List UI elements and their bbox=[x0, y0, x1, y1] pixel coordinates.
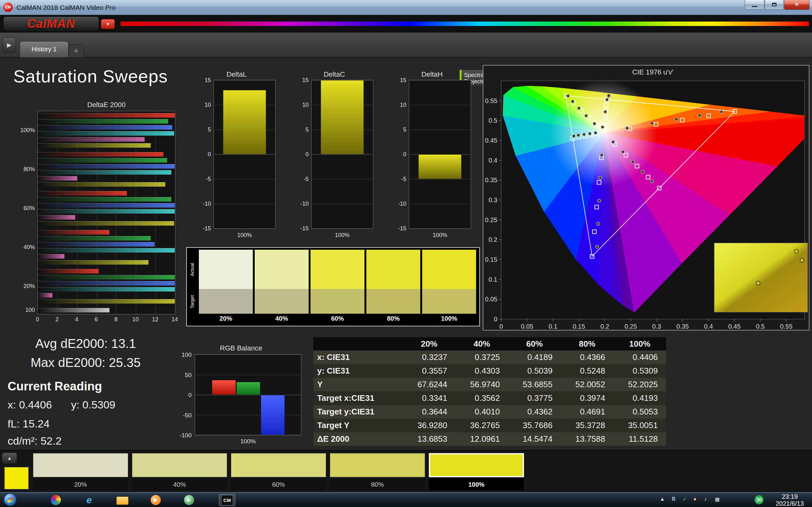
sweep-level-swatch[interactable] bbox=[429, 453, 524, 477]
current-cdm2: cd/m²: 52.2 bbox=[8, 435, 61, 447]
close-button[interactable]: × bbox=[784, 0, 809, 10]
table-row-label: Y bbox=[313, 378, 403, 391]
pane-toggle-button[interactable]: ▶ bbox=[3, 37, 16, 53]
table-row-label: Target x:CIE31 bbox=[313, 391, 403, 405]
tab-history-1[interactable]: History 1 bbox=[20, 41, 68, 57]
current-patch-swatch bbox=[4, 467, 29, 489]
calman-logo: CalMAN bbox=[3, 16, 99, 32]
tab-add-button[interactable]: + bbox=[68, 44, 84, 57]
security-shield-icon[interactable]: ✓ bbox=[682, 496, 687, 502]
table-value-cell: 35.7686 bbox=[508, 418, 561, 432]
actual-swatch bbox=[255, 250, 309, 289]
deltae-bar-magenta bbox=[38, 137, 145, 142]
grid-line bbox=[175, 111, 175, 314]
volume-icon[interactable]: ♪ bbox=[704, 496, 707, 502]
sweep-level-label[interactable]: 40% bbox=[132, 478, 227, 491]
table-value-cell: 35.3728 bbox=[561, 418, 613, 432]
y-tick-label: -100 bbox=[171, 432, 192, 439]
deltae2000-x-axis: 02468101214 bbox=[38, 316, 175, 324]
table-row-label: x: CIE31 bbox=[313, 350, 403, 364]
update-icon[interactable]: ● bbox=[693, 496, 697, 502]
notification-badge[interactable]: 30 bbox=[754, 495, 764, 504]
table-value-cell: 52.2025 bbox=[613, 378, 666, 391]
table-value-cell: 0.5039 bbox=[508, 364, 561, 378]
grid-line bbox=[195, 354, 301, 355]
sweep-level-swatch[interactable] bbox=[33, 453, 128, 477]
table-value-cell: 0.4366 bbox=[561, 350, 613, 364]
cie-x-tick: 0.35 bbox=[676, 323, 689, 330]
taskbar-app-1[interactable] bbox=[48, 494, 64, 506]
deltaL-bar bbox=[223, 90, 266, 154]
deltae-bar-magenta bbox=[38, 176, 77, 181]
taskbar-media-player[interactable]: ▶ bbox=[148, 494, 164, 506]
table-value-cell: 0.5309 bbox=[613, 364, 666, 378]
deltae-bar-cyan bbox=[38, 287, 175, 291]
hidden-icons-chevron[interactable]: ▲ bbox=[660, 496, 665, 502]
measurement-table: 20%40%60%80%100%x: CIE310.32370.37250.41… bbox=[313, 337, 666, 446]
minimize-button[interactable] bbox=[745, 0, 764, 10]
taskbar-app-2[interactable]: ▶ bbox=[181, 494, 197, 506]
maximize-button[interactable] bbox=[765, 0, 784, 10]
sweep-level-swatch[interactable] bbox=[231, 453, 326, 477]
y-tick-label: -10 bbox=[391, 201, 406, 207]
page-title: Saturation Sweeps bbox=[13, 66, 168, 87]
y-tick-label: 15 bbox=[196, 77, 211, 83]
pinwheel-icon bbox=[51, 495, 61, 505]
table-col-header: 60% bbox=[508, 337, 561, 350]
cie-measured-dot bbox=[594, 131, 597, 134]
cie-x-tick: 0.2 bbox=[600, 323, 609, 330]
actual-swatch bbox=[199, 250, 253, 289]
bluetooth-icon[interactable]: B bbox=[672, 496, 676, 502]
logo-menu-button[interactable]: ▼ bbox=[101, 19, 115, 29]
deltaL-x-label: 100% bbox=[213, 232, 275, 239]
clock-time: 23:19 bbox=[771, 493, 809, 500]
cie-measured-dot bbox=[585, 114, 588, 117]
sweep-level-swatch[interactable] bbox=[330, 453, 425, 477]
deltaC-y-axis: 151050-5-10-15 bbox=[293, 80, 309, 229]
inset-measured-dot bbox=[795, 249, 798, 253]
grid-line bbox=[195, 395, 301, 395]
cie-measured-dot bbox=[572, 134, 575, 137]
window-title: CalMAN 2018 CalMAN Video Pro bbox=[16, 0, 115, 15]
avg-de2000: Avg dE2000: 13.1 bbox=[9, 337, 162, 351]
sweep-level-label[interactable]: 20% bbox=[33, 478, 128, 491]
grid-line bbox=[195, 415, 301, 415]
deltaH-y-axis: 151050-5-10-15 bbox=[391, 80, 407, 229]
cie-y-tick: 0.4 bbox=[489, 157, 497, 164]
deltae-bar-yellow bbox=[38, 299, 175, 303]
deltae-bar-magenta bbox=[38, 293, 52, 297]
sweep-strip: ▲ 20%40%60%80%100% ▲ ■ ▶ ⇄ ∞ ↻ « Back Ne… bbox=[0, 450, 812, 493]
y-tick-label: 0 bbox=[293, 151, 309, 158]
folder-icon bbox=[116, 497, 129, 505]
cie-measured-dot bbox=[720, 110, 723, 113]
taskbar-explorer[interactable] bbox=[114, 494, 131, 506]
taskbar-clock[interactable]: 23:19 2021/6/13 bbox=[771, 493, 809, 507]
cie-measured-dot bbox=[577, 134, 580, 137]
clock-date: 2021/6/13 bbox=[771, 500, 809, 507]
start-button[interactable] bbox=[4, 493, 16, 506]
cm-icon: CM bbox=[221, 495, 233, 505]
table-value-cell: 0.3562 bbox=[455, 391, 508, 405]
y-tick-label: -10 bbox=[196, 201, 211, 207]
taskbar-browser[interactable]: e bbox=[81, 494, 97, 506]
x-tick-label: 2 bbox=[52, 316, 62, 323]
deltae-bar-blue bbox=[38, 281, 175, 285]
network-icon[interactable]: ▦ bbox=[715, 496, 720, 502]
sweep-level-label[interactable]: 100% bbox=[429, 478, 524, 491]
cie-measured-dot bbox=[675, 118, 678, 121]
maximize-icon bbox=[772, 3, 776, 6]
table-value-cell: 56.9740 bbox=[455, 378, 508, 391]
sweep-level-swatch[interactable] bbox=[132, 453, 227, 477]
rgb-balance-y-axis: 100500-50-100 bbox=[171, 354, 193, 435]
cie-y-tick: 0.05 bbox=[485, 296, 497, 302]
compare-col-label: 60% bbox=[310, 315, 364, 322]
taskbar-calman[interactable]: CM bbox=[219, 494, 235, 506]
sweep-level-label[interactable]: 80% bbox=[330, 478, 425, 491]
cie-chart-title: CIE 1976 u'v' bbox=[632, 68, 673, 76]
grid-line bbox=[311, 179, 373, 179]
strip-collapse-button[interactable]: ▲ bbox=[2, 452, 17, 464]
sweep-level-label[interactable]: 60% bbox=[231, 478, 326, 491]
cie-zoom-inset bbox=[714, 243, 808, 312]
deltaC-chart: DeltaC 151050-5-10-15 100% bbox=[293, 69, 375, 242]
cie-measured-dot bbox=[600, 153, 603, 157]
